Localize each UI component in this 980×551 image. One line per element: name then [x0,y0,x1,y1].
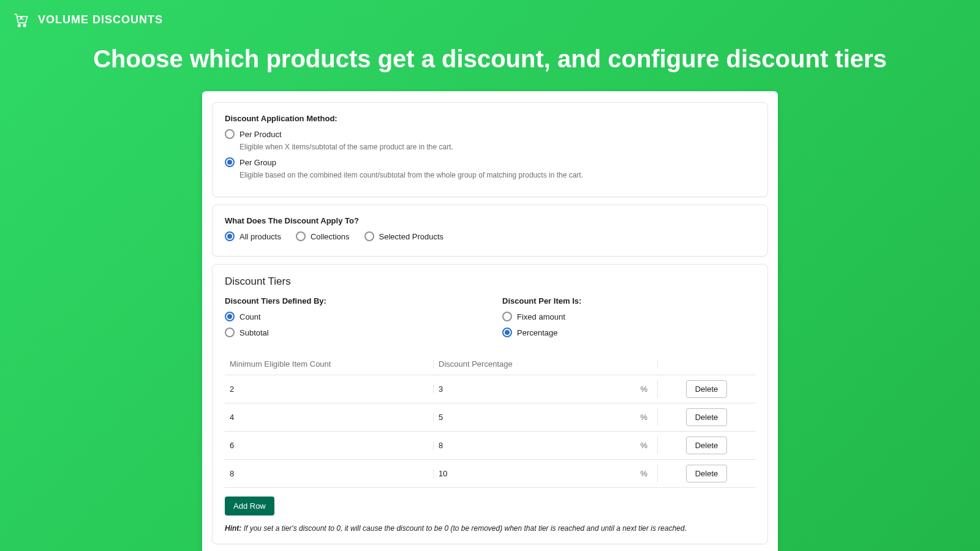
tiers-panel: Discount Tiers Discount Tiers Defined By… [212,264,768,544]
hint-body: If you set a tier's discount to 0, it wi… [241,524,687,533]
hint-label: Hint: [225,524,241,533]
table-row: 4 5 % Delete [225,403,755,432]
delete-button[interactable]: Delete [686,380,728,398]
radio-label: All products [239,232,281,241]
apply-to-label: What Does The Discount Apply To? [225,216,755,225]
discount-unit: % [640,441,647,450]
th-count: Minimum Eligible Item Count [225,359,433,369]
per-product-desc: Eligible when X items/subtotal of the sa… [239,143,755,151]
cart-discount-icon [12,11,29,28]
cell-count[interactable]: 8 [225,469,433,478]
radio-fixed-amount[interactable]: Fixed amount [502,312,755,321]
radio-selected-products[interactable]: Selected Products [364,231,444,241]
delete-button[interactable]: Delete [686,408,728,426]
radio-icon [296,231,306,241]
radio-icon [225,129,235,139]
cell-action: Delete [657,465,755,482]
cell-action: Delete [657,380,755,398]
radio-label: Collections [311,232,350,241]
radio-icon [225,157,235,167]
radio-label: Percentage [517,328,558,337]
brand-name: VOLUME DISCOUNTS [38,13,163,26]
radio-icon [364,231,374,241]
cell-count[interactable]: 4 [225,413,433,422]
delete-button[interactable]: Delete [686,465,728,482]
svg-point-0 [18,24,21,27]
radio-all-products[interactable]: All products [225,231,281,241]
table-row: 2 3 % Delete [225,375,755,403]
delete-button[interactable]: Delete [686,437,728,454]
method-panel: Discount Application Method: Per Product… [212,102,768,197]
per-item-col: Discount Per Item Is: Fixed amount Perce… [502,296,755,343]
defined-by-label: Discount Tiers Defined By: [225,296,478,305]
defined-by-col: Discount Tiers Defined By: Count Subtota… [225,296,478,343]
cell-action: Delete [657,408,755,426]
per-group-desc: Eligible based on the combined item coun… [239,171,755,179]
discount-unit: % [640,384,647,394]
radio-count[interactable]: Count [225,312,478,321]
cell-count[interactable]: 2 [225,384,433,394]
svg-point-1 [23,24,26,27]
tiers-config-cols: Discount Tiers Defined By: Count Subtota… [225,296,755,343]
method-label: Discount Application Method: [225,114,755,123]
config-card: Discount Application Method: Per Product… [202,91,778,551]
radio-icon [225,328,235,337]
tiers-table-header: Minimum Eligible Item Count Discount Per… [225,353,755,375]
radio-icon [502,328,512,337]
table-row: 6 8 % Delete [225,432,755,460]
radio-per-product[interactable]: Per Product [225,129,755,139]
radio-label: Per Group [239,158,276,167]
tiers-table: Minimum Eligible Item Count Discount Per… [225,353,755,488]
tiers-title: Discount Tiers [225,276,755,288]
radio-label: Count [239,312,261,321]
th-discount: Discount Percentage [433,359,657,369]
discount-value: 3 [439,384,443,394]
cell-discount[interactable]: 5 % [433,413,657,422]
apply-to-group: All products Collections Selected Produc… [225,231,755,245]
radio-percentage[interactable]: Percentage [502,328,755,337]
discount-unit: % [640,469,647,478]
apply-to-panel: What Does The Discount Apply To? All pro… [212,204,768,257]
cell-discount[interactable]: 8 % [433,441,657,450]
table-row: 8 10 % Delete [225,460,755,488]
radio-icon [225,231,235,241]
discount-value: 10 [439,469,447,478]
discount-unit: % [640,413,647,422]
radio-icon [502,312,512,321]
radio-collections[interactable]: Collections [296,231,350,241]
radio-icon [225,312,235,321]
hint-text: Hint: If you set a tier's discount to 0,… [225,524,755,533]
add-row-button[interactable]: Add Row [225,497,274,515]
radio-label: Per Product [239,130,282,139]
cell-discount[interactable]: 10 % [433,469,657,478]
radio-label: Fixed amount [517,312,565,321]
page-title: Choose which products get a discount, an… [0,45,980,73]
radio-per-group[interactable]: Per Group [225,157,755,167]
cell-count[interactable]: 6 [225,441,433,450]
discount-value: 8 [439,441,443,450]
discount-value: 5 [439,413,443,422]
radio-subtotal[interactable]: Subtotal [225,328,478,337]
radio-label: Subtotal [239,328,269,337]
th-action [657,359,755,369]
radio-label: Selected Products [379,232,444,241]
per-item-label: Discount Per Item Is: [502,296,755,305]
header: VOLUME DISCOUNTS [0,0,980,39]
cell-discount[interactable]: 3 % [433,384,657,394]
cell-action: Delete [657,437,755,454]
